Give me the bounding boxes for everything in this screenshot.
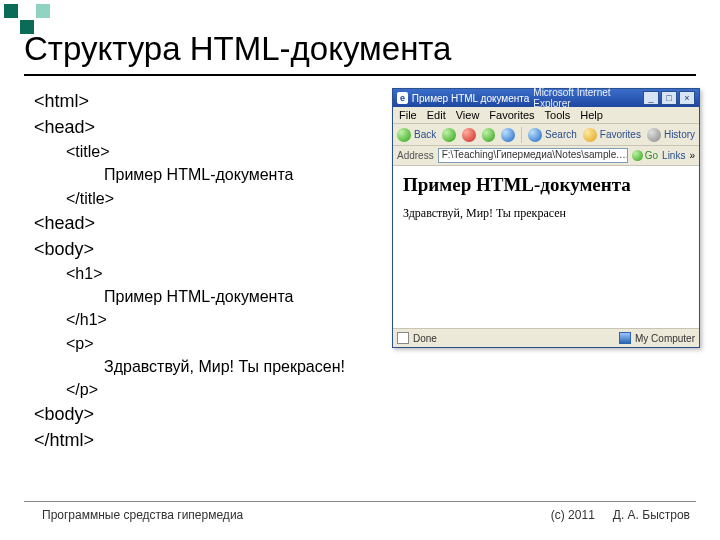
code-line: <body> — [34, 236, 379, 262]
footer-author: Д. А. Быстров — [613, 508, 690, 522]
favorites-star-icon — [583, 128, 597, 142]
search-label: Search — [545, 129, 577, 140]
slide-title: Структура HTML-документа — [24, 30, 451, 68]
close-button[interactable]: × — [679, 91, 695, 105]
history-button[interactable]: History — [647, 128, 695, 142]
code-line: <head> — [34, 114, 379, 140]
code-line: <p> — [34, 332, 379, 355]
code-line: <html> — [34, 88, 379, 114]
page-heading: Пример HTML-документа — [403, 174, 689, 196]
code-line: </title> — [34, 187, 379, 210]
ie-favicon-icon: e — [397, 92, 408, 104]
search-button[interactable]: Search — [528, 128, 577, 142]
back-button[interactable]: Back — [397, 128, 436, 142]
document-icon — [397, 332, 409, 344]
stop-button-icon[interactable] — [462, 128, 476, 142]
browser-window: e Пример HTML документа Microsoft Intern… — [392, 88, 700, 348]
window-title-document: Пример HTML документа — [412, 93, 530, 104]
footer-course: Программные средства гипермедиа — [42, 508, 243, 522]
window-title-app: Microsoft Internet Explorer — [533, 87, 639, 109]
go-label: Go — [645, 150, 658, 161]
status-right-text: My Computer — [635, 333, 695, 344]
chevron-icon[interactable]: » — [689, 150, 695, 161]
history-label: History — [664, 129, 695, 140]
refresh-button-icon[interactable] — [482, 128, 496, 142]
code-line: </h1> — [34, 308, 379, 331]
address-input[interactable]: F:\Teaching\Гипермедиа\Notes\sample.… — [438, 148, 628, 163]
address-label: Address — [397, 150, 434, 161]
code-line: <head> — [34, 210, 379, 236]
menu-edit[interactable]: Edit — [427, 109, 446, 121]
menu-tools[interactable]: Tools — [545, 109, 571, 121]
status-bar: Done My Computer — [393, 329, 699, 347]
slide-footer: Программные средства гипермедиа (с) 2011… — [42, 508, 690, 522]
links-button[interactable]: Links — [662, 150, 685, 161]
minimize-button[interactable]: _ — [643, 91, 659, 105]
history-clock-icon — [647, 128, 661, 142]
back-arrow-icon — [397, 128, 411, 142]
go-arrow-icon — [632, 150, 643, 161]
browser-toolbar: Back Search Favorites History — [393, 124, 699, 146]
footer-copyright: (с) 2011 — [551, 508, 595, 522]
status-left-text: Done — [413, 333, 437, 344]
title-underline — [24, 74, 696, 76]
code-line: Здравствуй, Мир! Ты прекрасен! — [34, 355, 379, 378]
browser-menubar: File Edit View Favorites Tools Help — [393, 107, 699, 124]
code-line: <h1> — [34, 262, 379, 285]
menu-view[interactable]: View — [456, 109, 480, 121]
code-block: <html> <head> <title> Пример HTML-докуме… — [34, 88, 379, 453]
code-line: </p> — [34, 378, 379, 401]
menu-favorites[interactable]: Favorites — [489, 109, 534, 121]
code-line: </html> — [34, 427, 379, 453]
home-button-icon[interactable] — [501, 128, 515, 142]
forward-button-icon[interactable] — [442, 128, 456, 142]
page-content: Пример HTML-документа Здравствуй, Мир! Т… — [393, 166, 699, 329]
favorites-label: Favorites — [600, 129, 641, 140]
page-paragraph: Здравствуй, Мир! Ты прекрасен — [403, 206, 689, 221]
footer-rule — [24, 501, 696, 502]
code-line: Пример HTML-документа — [34, 163, 379, 186]
toolbar-separator — [521, 127, 522, 143]
address-bar: Address F:\Teaching\Гипермедиа\Notes\sam… — [393, 146, 699, 166]
menu-help[interactable]: Help — [580, 109, 603, 121]
search-icon — [528, 128, 542, 142]
maximize-button[interactable]: □ — [661, 91, 677, 105]
code-line: Пример HTML-документа — [34, 285, 379, 308]
code-line: <title> — [34, 140, 379, 163]
back-label: Back — [414, 129, 436, 140]
my-computer-icon — [619, 332, 631, 344]
favorites-button[interactable]: Favorites — [583, 128, 641, 142]
browser-titlebar[interactable]: e Пример HTML документа Microsoft Intern… — [393, 89, 699, 107]
code-line: <body> — [34, 401, 379, 427]
menu-file[interactable]: File — [399, 109, 417, 121]
go-button[interactable]: Go — [632, 150, 658, 161]
